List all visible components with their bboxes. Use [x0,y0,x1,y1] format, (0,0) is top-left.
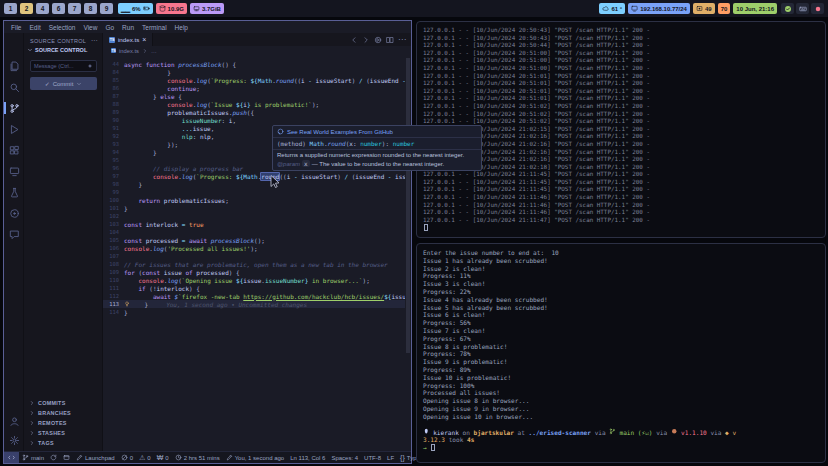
status-indentation[interactable]: Spaces: 4 [328,452,361,463]
activity-settings[interactable] [7,433,21,447]
run-circle-icon[interactable] [374,36,382,44]
code-line[interactable]: 86 continue; [103,84,405,92]
code-line[interactable]: 102 [103,212,405,220]
section-label: BRANCHES [38,410,71,416]
activity-testing[interactable] [7,185,21,199]
code-line[interactable]: 100 return problematicIssues; [103,196,405,204]
code-line[interactable]: 44async function processBlock() { [103,60,405,68]
activity-search[interactable] [7,80,21,94]
scrollbar-thumb[interactable] [406,58,410,353]
workspace-button-6[interactable]: 6 [52,3,65,14]
forward-icon[interactable] [362,36,370,44]
source-control-section-header[interactable]: SOURCE CONTROL [27,47,87,53]
breadcrumb[interactable]: TS index.ts … [103,46,411,55]
back-icon[interactable] [350,36,358,44]
pencil-icon [226,454,233,461]
shell-pane[interactable]: Enter the issue number to end at: 10Issu… [416,243,826,463]
code-line[interactable]: 104 [103,228,405,236]
shell-input-line[interactable]: → [423,444,819,452]
status-window-item[interactable] [60,452,73,463]
menu-run[interactable]: Run [118,24,138,31]
code-line[interactable]: 106console.log('Processed all issues!'); [103,244,405,252]
code-editor[interactable]: 44async function processBlock() {84 }85 … [103,55,405,451]
commit-button[interactable]: ✓ Commit [30,77,97,90]
workspace-button-1[interactable]: 1 [4,3,17,14]
status-sync[interactable] [47,452,60,463]
status-warnings[interactable]: ⚠0 [136,452,154,463]
commit-message-input[interactable]: Message (Ctrl... [30,60,97,72]
status-counter[interactable]: ₩0 [154,452,172,463]
sidebar-section-branches[interactable]: BRANCHES [29,408,100,418]
close-icon[interactable]: × [142,36,146,43]
log-line: 127.0.0.1 - - [10/Jun/2024 21:02:18] "PO… [423,164,819,172]
record-tray-icon[interactable] [811,3,824,14]
code-line[interactable]: 98 } [103,180,405,188]
menu-edit[interactable]: Edit [25,24,44,31]
github-examples-link[interactable]: See Real World Examples From GitHub [273,126,481,138]
more-actions-icon[interactable]: ⋯ [91,37,98,44]
code-line[interactable]: 105const processed = await processBlock(… [103,236,405,244]
status-ok-tray-icon[interactable] [781,3,794,14]
activity-source-control[interactable] [7,101,21,115]
menu-terminal[interactable]: Terminal [138,24,171,31]
code-line[interactable]: 110 console.log(`Opening issue ${issue.i… [103,276,405,284]
code-line[interactable]: 97 console.log(`Progress: ${Math.round((… [103,172,405,180]
keyboard-tray-icon[interactable] [796,3,809,14]
sidebar-section-tags[interactable]: TAGS [29,438,100,448]
code-line[interactable]: 107 [103,252,405,260]
activity-remote-explorer[interactable] [7,164,21,178]
code-line[interactable]: 99 [103,188,405,196]
code-line[interactable]: 84 } [103,68,405,76]
more-icon[interactable]: ⋯ [398,36,406,44]
workspace-button-2[interactable]: 2 [20,3,33,14]
activity-extensions[interactable] [7,143,21,157]
menu-go[interactable]: Go [101,24,118,31]
code-line[interactable]: 90 issueNumber: i, [103,116,405,124]
code-line[interactable]: 89 problematicIssues.push({ [103,108,405,116]
status-problems[interactable]: 0 [118,452,136,463]
editor-scrollbar[interactable] [405,46,411,451]
line-number: 96 [103,165,124,171]
code-line[interactable]: 113 } You, 1 second ago • Uncommitted ch… [103,300,405,308]
code-line[interactable]: 87 } else { [103,92,405,100]
code-line[interactable]: 111 if (!interlock) { [103,284,405,292]
activity-account[interactable] [7,414,21,428]
workspace-button-4[interactable]: 4 [36,3,49,14]
menu-selection[interactable]: Selection [45,24,80,31]
log-line: 127.0.0.1 - - [10/Jun/2024 20:51:01] "PO… [423,73,819,81]
activity-comments[interactable] [7,227,21,241]
status-remote-indicator[interactable] [4,452,19,463]
status-launchpad[interactable]: Launchpad [73,452,118,463]
status-wakatime[interactable]: 2 hrs 51 mins [172,452,223,463]
sparkle-icon[interactable] [87,63,93,69]
menu-help[interactable]: Help [171,24,192,31]
code-line[interactable]: 103const interlock = true [103,220,405,228]
code-line[interactable]: 112 await $`firefox -new-tab https://git… [103,292,405,300]
activity-live-share[interactable] [7,206,21,220]
status-encoding[interactable]: UTF-8 [361,452,384,463]
menu-file[interactable]: File [7,24,25,31]
chevron-down-icon[interactable] [76,81,82,87]
status-last-edit[interactable]: You, 1 second ago [223,452,288,463]
split-editor-icon[interactable] [386,36,394,44]
activity-explorer[interactable] [7,59,21,73]
sidebar-section-stashes[interactable]: STASHES [29,428,100,438]
close-icon[interactable]: × [142,36,146,43]
tab-index-ts[interactable]: TS index.ts × [103,33,153,46]
status-cursor-position[interactable]: Ln 113, Col 6 [287,452,328,463]
sidebar-section-commits[interactable]: COMMITS [29,398,100,408]
workspace-button-9[interactable]: 9 [100,3,113,14]
menu-view[interactable]: View [79,24,101,31]
sidebar-section-remotes[interactable]: REMOTES [29,418,100,428]
code-line[interactable]: 88 console.log(`Issue ${i} is problemati… [103,100,405,108]
code-line[interactable]: 109for (const issue of processed) { [103,268,405,276]
status-eol[interactable]: LF [384,452,397,463]
code-line[interactable]: 101} [103,204,405,212]
code-line[interactable]: 85 console.log(`Progress: ${Math.round((… [103,76,405,84]
status-git-branch[interactable]: main [19,452,47,463]
code-line[interactable]: 108// For issues that are problematic, o… [103,260,405,268]
activity-run-debug[interactable] [7,122,21,136]
workspace-button-7[interactable]: 7 [68,3,81,14]
code-line[interactable]: 114} [103,308,405,316]
workspace-button-8[interactable]: 8 [84,3,97,14]
